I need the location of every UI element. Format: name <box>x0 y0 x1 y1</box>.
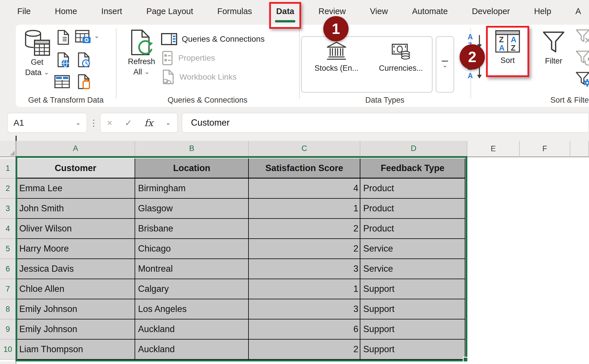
cell-D5[interactable]: Service <box>360 239 465 259</box>
cell-C4[interactable]: 2 <box>249 219 360 239</box>
get-data-button[interactable]: Get Data⌄ <box>19 29 55 78</box>
from-web-button[interactable] <box>55 52 71 68</box>
column-header-F[interactable]: F <box>520 141 570 157</box>
queries-connections-icon <box>161 32 177 46</box>
cell-A8[interactable]: Emily Johnson <box>16 299 135 319</box>
ribbon-tab-home[interactable]: Home <box>55 7 77 16</box>
cell-D1[interactable]: Feedback Type <box>360 158 465 179</box>
name-box-chevron-icon[interactable]: ⌄ <box>76 120 81 126</box>
column-header-A[interactable]: A <box>16 141 135 156</box>
ribbon-tab-help[interactable]: Help <box>534 7 551 16</box>
cell-A3[interactable]: John Smith <box>16 199 135 219</box>
get-data-label-line1: Get <box>31 57 43 67</box>
excel-window: FileHomeInsertPage LayoutFormulasDataRev… <box>0 0 589 364</box>
stocks-data-type-button[interactable]: Stocks (En... <box>306 40 367 73</box>
cell-A2[interactable]: Emma Lee <box>16 179 135 199</box>
cell-B4[interactable]: Brisbane <box>135 219 249 239</box>
cell-A9[interactable]: Emily Johnson <box>16 319 135 340</box>
column-header-g[interactable] <box>570 141 589 157</box>
row-header-7[interactable]: 7 <box>0 279 16 299</box>
cell-D2[interactable]: Product <box>360 179 465 199</box>
cell-A5[interactable]: Harry Moore <box>16 239 135 259</box>
cell-D7[interactable]: Support <box>360 279 465 299</box>
from-picture-button[interactable] <box>75 29 91 45</box>
ribbon-tab-insert[interactable]: Insert <box>101 7 122 16</box>
cell-D6[interactable]: Service <box>360 259 465 279</box>
cell-B7[interactable]: Calgary <box>135 279 249 299</box>
row-header-1[interactable]: 1 <box>0 158 16 179</box>
cell-C8[interactable]: 3 <box>249 299 360 319</box>
cell-C10[interactable]: 2 <box>249 340 360 360</box>
ribbon-tab-review[interactable]: Review <box>318 7 346 16</box>
ribbon-tab-a[interactable]: A <box>575 7 581 16</box>
row-header-9[interactable]: 9 <box>0 319 16 340</box>
row-header-8[interactable]: 8 <box>0 299 16 319</box>
ribbon-tab-file[interactable]: File <box>17 7 31 16</box>
select-all-corner-button[interactable] <box>0 141 16 157</box>
cell-A7[interactable]: Chloe Allen <box>16 279 135 299</box>
row-header-5[interactable]: 5 <box>0 239 16 259</box>
row-header-3[interactable]: 3 <box>0 199 16 219</box>
existing-connections-icon <box>76 74 91 90</box>
cell-C3[interactable]: 1 <box>249 199 360 219</box>
from-table-range-button[interactable] <box>54 74 70 90</box>
cell-B1[interactable]: Location <box>135 158 249 179</box>
cell-A6[interactable]: Jessica Davis <box>16 259 135 279</box>
cell-C2[interactable]: 4 <box>249 179 360 199</box>
cell-D10[interactable]: Support <box>360 340 465 360</box>
ribbon-tab-page-layout[interactable]: Page Layout <box>146 7 193 16</box>
fill-handle[interactable] <box>463 357 468 362</box>
cell-A1[interactable]: Customer <box>16 158 135 179</box>
row-header-10[interactable]: 10 <box>0 340 16 360</box>
advanced-filter-button[interactable] <box>575 71 589 87</box>
sort-button[interactable]: Z A A Z Sort <box>490 30 525 66</box>
ribbon-tab-automate[interactable]: Automate <box>412 7 448 16</box>
row-header-4[interactable]: 4 <box>0 219 16 239</box>
properties-icon <box>161 51 174 66</box>
cell-B9[interactable]: Auckland <box>135 319 249 340</box>
insert-function-icon[interactable]: fx <box>144 117 153 129</box>
cell-C7[interactable]: 1 <box>249 279 360 299</box>
ribbon-tab-label: Home <box>55 7 77 16</box>
name-box[interactable]: A1 ⌄ <box>7 113 87 133</box>
recent-sources-button[interactable] <box>76 52 92 68</box>
currencies-data-type-button[interactable]: Currencies... <box>371 40 431 73</box>
cell-C1[interactable]: Satisfaction Score <box>249 158 360 179</box>
ribbon-tab-data[interactable]: Data <box>276 7 294 16</box>
cell-A4[interactable]: Oliver Wilson <box>16 219 135 239</box>
cell-C5[interactable]: 2 <box>249 239 360 259</box>
cell-D3[interactable]: Product <box>360 199 465 219</box>
ribbon-tab-formulas[interactable]: Formulas <box>217 7 252 16</box>
fx-chevron-icon[interactable]: ⌄ <box>166 120 171 126</box>
queries-connections-button[interactable]: Queries & Connections <box>161 31 265 47</box>
column-header-B[interactable]: B <box>135 141 249 156</box>
filter-button[interactable]: Filter <box>535 30 572 66</box>
cell-D9[interactable]: Support <box>360 319 465 340</box>
cell-D8[interactable]: Support <box>360 299 465 319</box>
cell-D4[interactable]: Product <box>360 219 465 239</box>
from-picture-dropdown-chevron[interactable]: ⌄ <box>94 33 99 39</box>
cell-B3[interactable]: Glasgow <box>135 199 249 219</box>
cell-B8[interactable]: Los Angeles <box>135 299 249 319</box>
column-header-E[interactable]: E <box>467 141 520 157</box>
formula-bar-drag-dots-icon[interactable]: ⋮ <box>89 113 98 133</box>
cell-A10[interactable]: Liam Thompson <box>16 340 135 360</box>
cell-B2[interactable]: Birmingham <box>135 179 249 199</box>
column-header-D[interactable]: D <box>360 141 467 156</box>
cell-B5[interactable]: Chicago <box>135 239 249 259</box>
cell-B6[interactable]: Montreal <box>135 259 249 279</box>
cell-B10[interactable]: Auckland <box>135 340 249 360</box>
cell-C9[interactable]: 6 <box>249 319 360 340</box>
column-header-C[interactable]: C <box>249 141 360 156</box>
formula-bar-input[interactable]: Customer <box>182 113 589 133</box>
row-header-11-partial[interactable] <box>0 361 16 364</box>
refresh-all-button[interactable]: Refresh All⌄ <box>124 29 159 77</box>
ribbon-tab-view[interactable]: View <box>370 7 388 16</box>
existing-connections-button[interactable] <box>76 74 92 90</box>
data-types-gallery-more-button[interactable]: ⌄ <box>436 36 454 93</box>
row-header-2[interactable]: 2 <box>0 179 16 199</box>
from-text-csv-button[interactable] <box>55 29 71 45</box>
ribbon-tab-developer[interactable]: Developer <box>472 7 510 16</box>
row-header-6[interactable]: 6 <box>0 259 16 279</box>
cell-C6[interactable]: 3 <box>249 259 360 279</box>
